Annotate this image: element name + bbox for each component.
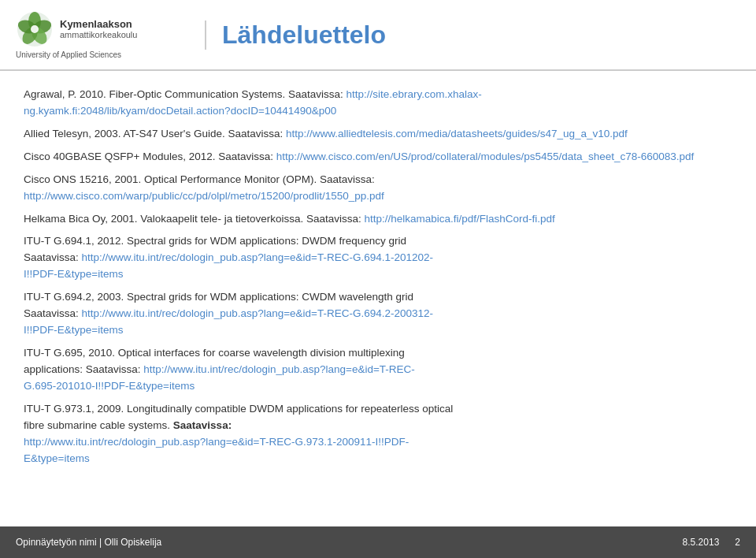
page-title: Lähdeluettelo xyxy=(222,20,740,50)
ref-allied: Allied Telesyn, 2003. AT-S47 User's Guid… xyxy=(24,126,732,143)
ref-itu-g695: ITU-T G.695, 2010. Optical interfaces fo… xyxy=(24,345,732,395)
ref-itu-g694-2: ITU-T G.694.2, 2003. Spectral grids for … xyxy=(24,289,732,339)
ref-cisco-ons: Cisco ONS 15216, 2001. Optical Performan… xyxy=(24,172,732,205)
ref-helkama-text: Helkama Bica Oy, 2001. Valokaapelit tele… xyxy=(24,213,364,225)
footer-thesis-name: Opinnäytetyön nimi xyxy=(16,537,97,548)
references-list: Agrawal, P. 2010. Fiber-Optic Communicat… xyxy=(24,87,732,467)
ref-helkama: Helkama Bica Oy, 2001. Valokaapelit tele… xyxy=(24,211,732,228)
ref-cisco-qsfp: Cisco 40GBASE QSFP+ Modules, 2012. Saata… xyxy=(24,149,732,166)
footer-left: Opinnäytetyön nimi | Olli Opiskelija xyxy=(16,537,683,548)
ref-cisco-ons-link[interactable]: http://www.cisco.com/warp/public/cc/pd/o… xyxy=(24,190,384,202)
kyamk-logo-icon xyxy=(16,10,54,48)
ref-itu-g973-1: ITU-T G.973.1, 2009. Longitudinally comp… xyxy=(24,401,732,467)
ref-cisco-qsfp-text: Cisco 40GBASE QSFP+ Modules, 2012. Saata… xyxy=(24,151,276,162)
page-header: Kymenlaakson ammattikorkeakoulu Universi… xyxy=(0,0,756,71)
logo-text-block: Kymenlaakson ammattikorkeakoulu xyxy=(60,18,137,41)
logo-top: Kymenlaakson ammattikorkeakoulu xyxy=(16,10,137,48)
ref-itu-g694-1-link[interactable]: http://www.itu.int/rec/dologin_pub.asp?l… xyxy=(24,251,433,280)
ref-itu-g694-2-link[interactable]: http://www.itu.int/rec/dologin_pub.asp?l… xyxy=(24,307,433,336)
ref-helkama-link[interactable]: http://helkamabica.fi/pdf/FlashCord-fi.p… xyxy=(364,213,554,225)
page-footer: Opinnäytetyön nimi | Olli Opiskelija 8.5… xyxy=(0,526,756,558)
main-content: Agrawal, P. 2010. Fiber-Optic Communicat… xyxy=(0,71,756,526)
svg-point-6 xyxy=(31,25,39,33)
ref-allied-text: Allied Telesyn, 2003. AT-S47 User's Guid… xyxy=(24,128,286,140)
page-title-area: Lähdeluettelo xyxy=(205,20,740,50)
logo-institution-name-1: Kymenlaakson xyxy=(60,18,137,31)
footer-page-number: 2 xyxy=(735,537,740,548)
ref-agrawal-text: Agrawal, P. 2010. Fiber-Optic Communicat… xyxy=(24,88,346,100)
ref-agrawal: Agrawal, P. 2010. Fiber-Optic Communicat… xyxy=(24,87,732,120)
footer-date: 8.5.2013 xyxy=(683,537,720,548)
ref-itu-g973-1-link[interactable]: http://www.itu.int/rec/dologin_pub.asp?l… xyxy=(24,436,409,464)
logo-subtitle: University of Applied Sciences xyxy=(16,50,121,59)
ref-cisco-qsfp-link[interactable]: http://www.cisco.com/en/US/prod/collater… xyxy=(276,151,695,162)
footer-author: Olli Opiskelija xyxy=(105,537,162,548)
ref-itu-g694-1: ITU-T G.694.1, 2012. Spectral grids for … xyxy=(24,233,732,283)
ref-allied-link[interactable]: http://www.alliedtelesis.com/media/datas… xyxy=(286,128,628,140)
ref-itu-g973-1-text: ITU-T G.973.1, 2009. Longitudinally comp… xyxy=(24,403,453,431)
logo-area: Kymenlaakson ammattikorkeakoulu Universi… xyxy=(16,10,197,59)
footer-right: 8.5.2013 2 xyxy=(683,537,740,548)
logo-institution-name-2: ammattikorkeakoulu xyxy=(60,30,137,40)
ref-cisco-ons-text: Cisco ONS 15216, 2001. Optical Performan… xyxy=(24,173,375,185)
